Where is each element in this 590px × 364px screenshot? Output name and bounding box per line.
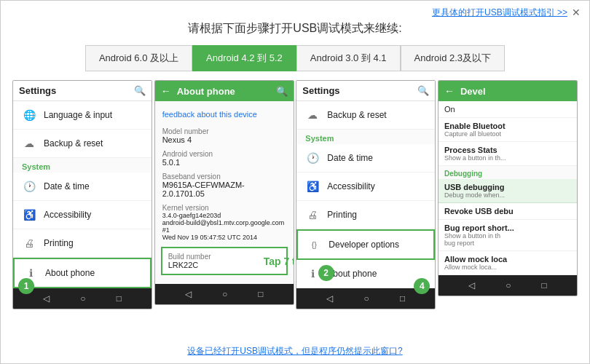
dev-usb-sub: Debug mode when...	[444, 191, 571, 199]
dev-mock-title: Allow mock loca	[444, 255, 571, 264]
accessibility-icon2: ♿	[305, 179, 320, 194]
dev-usb-item: USB debugging Debug mode when...	[438, 179, 577, 203]
screen1: Settings 🔍 🌐 Language & input ☁ Backup &…	[12, 80, 152, 309]
accessibility-label: Accessibility	[44, 210, 91, 220]
screen2-header: ← About phone 🔍	[155, 81, 294, 101]
screen3-accessibility-item: ♿ Accessibility	[296, 173, 435, 201]
screen2-nav: ◁ ○ □	[155, 284, 294, 304]
tab-android6[interactable]: Android 6.0 及以上	[85, 45, 192, 71]
nav-back-icon3: ◁	[326, 293, 333, 304]
dev-mock-item: Allow mock loca Allow mock loca...	[438, 251, 577, 275]
screen1-system-section: System	[13, 158, 152, 173]
dev-bug-sub: Show a button in th bug report	[444, 232, 571, 247]
screen2-wrapper: ← About phone 🔍 feedback about this devi…	[154, 80, 294, 339]
baseband-label: Baseband version	[162, 173, 286, 181]
screen1-search-icon: 🔍	[134, 85, 146, 96]
baseband-row: Baseband version M9615A-CEFWMAZM-2.0.170…	[162, 173, 286, 198]
main-container: ✕ 更具体的打开USB调试模式指引 >> 请根据下面步骤打开USB调试模式来继续…	[0, 0, 590, 364]
nav-home-icon3: ○	[364, 293, 369, 304]
tab-android23[interactable]: Android 2.3及以下	[401, 45, 506, 71]
tab-android42[interactable]: Android 4.2 到 5.2	[192, 45, 296, 71]
datetime-icon: 🕐	[22, 179, 36, 194]
language-label: Language & input	[44, 110, 112, 120]
screen1-datetime-item: 🕐 Date & time	[13, 173, 152, 201]
nav-home-icon4: ○	[506, 280, 511, 290]
tab-android30[interactable]: Android 3.0 到 4.1	[296, 45, 401, 71]
screen2-search-icon: 🔍	[276, 86, 288, 97]
screen3-printing-item: 🖨 Printing	[296, 201, 435, 229]
screens-row: Settings 🔍 🌐 Language & input ☁ Backup &…	[1, 80, 589, 339]
footer-link[interactable]: 设备已经打开USB调试模式，但是程序仍然提示此窗口?	[1, 339, 589, 363]
dev-on-row: On	[438, 101, 577, 118]
screen2-content: feedback about this device Model number …	[155, 101, 294, 284]
dev-revoke-item: Revoke USB debu	[438, 203, 577, 220]
datetime-label2: Date & time	[327, 153, 373, 163]
feedback-row: feedback about this device	[162, 107, 286, 122]
screen3-backup-item: ☁ Backup & reset	[296, 101, 435, 130]
screen4-nav: ◁ ○ □	[438, 275, 577, 296]
screen2-title: About phone	[177, 86, 276, 97]
aboutphone-label2: About phone	[327, 269, 377, 279]
datetime-icon2: 🕐	[305, 151, 320, 165]
nav-home-icon1: ○	[80, 293, 85, 304]
baseband-value: M9615A-CEFWMAZM-2.0.1701.05	[162, 181, 286, 198]
screen3: Settings 🔍 ☁ Backup & reset System 🕐 Dat…	[296, 80, 436, 309]
backup-label: Backup & reset	[44, 138, 103, 149]
nav-recent-icon2: □	[258, 289, 263, 299]
devopt-icon: {}	[307, 237, 321, 252]
badge-1: 1	[18, 278, 34, 294]
screen3-devopt-item: {} Developer options	[296, 229, 435, 260]
close-button[interactable]: ✕	[572, 7, 581, 18]
backup-icon: ☁	[22, 136, 36, 151]
top-guide-link[interactable]: 更具体的打开USB调试模式指引 >>	[432, 7, 567, 19]
screen3-search-icon: 🔍	[417, 85, 429, 96]
dev-usb-title: USB debugging	[444, 183, 571, 191]
screen1-accessibility-item: ♿ Accessibility	[13, 201, 152, 229]
dev-bug-title: Bug report short...	[444, 223, 571, 232]
printing-icon: 🖨	[22, 236, 36, 250]
screen4: ← Devel On Enable Bluetoot Capture all b…	[438, 80, 578, 296]
about-content: feedback about this device Model number …	[155, 101, 294, 284]
dev-bug-item: Bug report short... Show a button in th …	[438, 220, 577, 251]
screen1-header: Settings 🔍	[13, 81, 152, 101]
screen1-backup-item: ☁ Backup & reset	[13, 130, 152, 158]
nav-home-icon2: ○	[222, 289, 227, 299]
build-number-row: Build number LRK22C Tap 7 times	[161, 247, 288, 275]
model-value: Nexus 4	[162, 135, 286, 144]
nav-recent-icon3: □	[400, 293, 405, 304]
printing-label: Printing	[44, 238, 74, 248]
screen4-wrapper: ← Devel On Enable Bluetoot Capture all b…	[438, 80, 578, 339]
model-label: Model number	[162, 127, 286, 135]
screen4-header: ← Devel	[438, 81, 577, 101]
screen3-content: ☁ Backup & reset System 🕐 Date & time ♿ …	[296, 101, 435, 288]
nav-back-icon1: ◁	[43, 293, 50, 304]
dev-revoke-title: Revoke USB debu	[444, 207, 571, 215]
accessibility-icon: ♿	[22, 207, 36, 222]
screen4-content: On Enable Bluetoot Capture all bluetoot …	[438, 101, 577, 275]
screen3-system-section: System	[296, 130, 435, 144]
nav-back-icon2: ◁	[185, 289, 192, 299]
backup-icon2: ☁	[305, 108, 320, 122]
nav-recent-icon1: □	[117, 293, 122, 304]
kernel-label: Kernel version	[162, 204, 286, 212]
screen3-title: Settings	[302, 85, 417, 96]
dev-bluetooth-title: Enable Bluetoot	[444, 122, 571, 130]
screen2-back-icon: ←	[161, 85, 171, 97]
backup-label2: Backup & reset	[327, 110, 386, 120]
nav-back-icon4: ◁	[468, 280, 475, 290]
dev-bluetooth-sub: Capture all bluetoot	[444, 130, 571, 138]
badge-2: 2	[318, 265, 334, 281]
dev-process-sub: Show a button in th...	[444, 154, 571, 162]
tabs-row: Android 6.0 及以上 Android 4.2 到 5.2 Androi…	[15, 45, 575, 71]
screen1-printing-item: 🖨 Printing	[13, 229, 152, 258]
feedback-label: feedback about this device	[162, 110, 257, 119]
kernel-value: 3.4.0-gaefg14e203d android-build@ybsl1.m…	[162, 212, 286, 241]
screen1-title: Settings	[19, 85, 134, 96]
tap-text: Tap 7 times	[264, 256, 294, 267]
printing-icon2: 🖨	[305, 207, 320, 222]
android-label: Android version	[162, 150, 286, 158]
dev-bluetooth-item: Enable Bluetoot Capture all bluetoot	[438, 118, 577, 142]
dev-mock-sub: Allow mock loca...	[444, 264, 571, 271]
devopt-label: Developer options	[329, 240, 399, 250]
screen1-language-item: 🌐 Language & input	[13, 101, 152, 130]
